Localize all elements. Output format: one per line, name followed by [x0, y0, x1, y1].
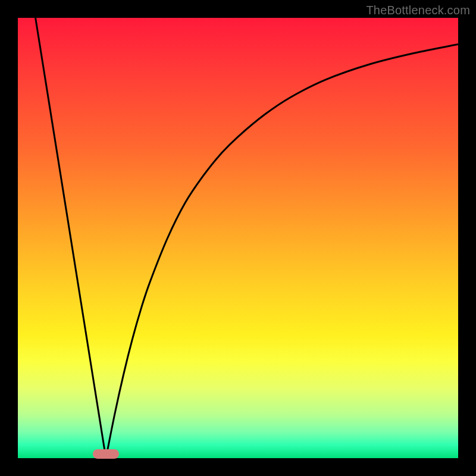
chart-frame: TheBottleneck.com — [0, 0, 476, 476]
watermark-text: TheBottleneck.com — [366, 4, 470, 17]
optimal-marker — [93, 449, 119, 459]
plot-area — [18, 18, 458, 458]
bottleneck-curve — [18, 18, 458, 458]
curve-left-branch — [36, 18, 106, 458]
curve-right-branch — [106, 44, 458, 458]
